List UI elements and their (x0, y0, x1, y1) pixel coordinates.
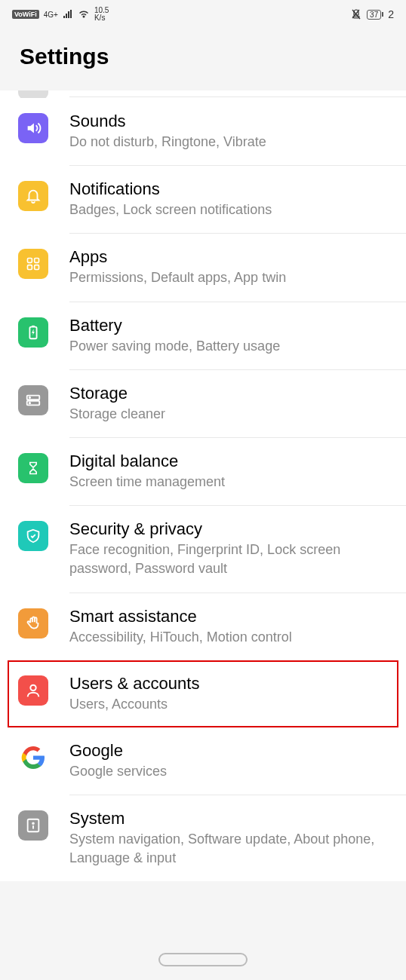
row-subtitle: Power saving mode, Battery usage (69, 337, 394, 356)
row-subtitle: Storage cleaner (69, 405, 394, 424)
wifi-icon (78, 10, 90, 19)
hand-icon (18, 608, 48, 639)
home-indicator[interactable] (158, 953, 248, 966)
battery-icon: 37 (367, 10, 383, 20)
vowifi-badge: VoWiFi (12, 10, 39, 19)
battery-app-icon (18, 317, 48, 348)
svg-point-12 (32, 822, 34, 824)
settings-row-notifications[interactable]: Notifications Badges, Lock screen notifi… (0, 166, 406, 234)
row-subtitle: Screen time management (69, 473, 394, 492)
settings-row-apps[interactable]: Apps Permissions, Default apps, App twin (0, 234, 406, 302)
signal-icon (63, 10, 73, 19)
row-title: Sounds (69, 112, 394, 131)
settings-row-sounds[interactable]: Sounds Do not disturb, Ringtone, Vibrate (0, 98, 406, 166)
status-right: 37 2 (350, 8, 394, 20)
svg-rect-3 (28, 265, 32, 270)
svg-rect-2 (35, 259, 39, 263)
status-bar: VoWiFi 4G+ 10.5 K/s 37 2 (0, 0, 406, 29)
settings-row-google[interactable]: Google Google services (0, 727, 406, 795)
row-subtitle: Face recognition, Fingerprint ID, Lock s… (69, 541, 394, 578)
shield-icon (18, 521, 48, 551)
row-title: Battery (69, 316, 394, 335)
row-title: Users & accounts (69, 674, 386, 694)
settings-list: Sounds Do not disturb, Ringtone, Vibrate… (0, 90, 406, 881)
row-title: Digital balance (69, 452, 394, 471)
svg-rect-1 (28, 259, 32, 263)
svg-rect-4 (35, 265, 39, 270)
svg-point-10 (30, 684, 35, 690)
settings-row-users-accounts[interactable]: Users & accounts Users, Accounts (8, 660, 398, 727)
row-title: Apps (69, 247, 394, 267)
google-icon (18, 743, 48, 773)
storage-icon (18, 385, 48, 415)
row-title: System (69, 809, 394, 828)
row-title: Google (69, 741, 394, 761)
network-speed: 10.5 K/s (94, 7, 109, 22)
svg-point-9 (29, 403, 30, 403)
settings-row-storage[interactable]: Storage Storage cleaner (0, 370, 406, 438)
settings-row-battery[interactable]: Battery Power saving mode, Battery usage (0, 302, 406, 370)
bell-icon (18, 181, 48, 211)
settings-row-smart-assistance[interactable]: Smart assistance Accessibility, HiTouch,… (0, 593, 406, 660)
settings-row-system[interactable]: System System navigation, Software updat… (0, 795, 406, 881)
settings-row-cutoff[interactable] (0, 90, 406, 98)
settings-row-digital-balance[interactable]: Digital balance Screen time management (0, 438, 406, 506)
hourglass-icon (18, 453, 48, 483)
clock-partial: 2 (388, 8, 394, 20)
row-subtitle: Users, Accounts (69, 695, 386, 714)
person-icon (18, 675, 48, 706)
row-subtitle: Do not disturb, Ringtone, Vibrate (69, 133, 394, 152)
settings-header: Settings (0, 29, 406, 90)
row-title: Smart assistance (69, 607, 394, 626)
row-subtitle: System navigation, Software update, Abou… (69, 830, 394, 868)
row-subtitle: Permissions, Default apps, App twin (69, 268, 394, 287)
mute-icon (350, 8, 362, 20)
info-icon (18, 810, 48, 841)
row-subtitle: Badges, Lock screen notifications (69, 201, 394, 219)
svg-point-8 (29, 397, 30, 397)
page-title: Settings (20, 44, 386, 69)
volume-icon (18, 113, 48, 143)
row-title: Security & privacy (69, 519, 394, 539)
row-title: Storage (69, 384, 394, 403)
row-subtitle: Google services (69, 762, 394, 781)
network-type: 4G+ (44, 11, 58, 19)
apps-icon (18, 249, 48, 279)
row-title: Notifications (69, 179, 394, 199)
settings-row-security[interactable]: Security & privacy Face recognition, Fin… (0, 506, 406, 593)
status-left: VoWiFi 4G+ 10.5 K/s (12, 7, 109, 22)
row-subtitle: Accessibility, HiTouch, Motion control (69, 628, 394, 647)
